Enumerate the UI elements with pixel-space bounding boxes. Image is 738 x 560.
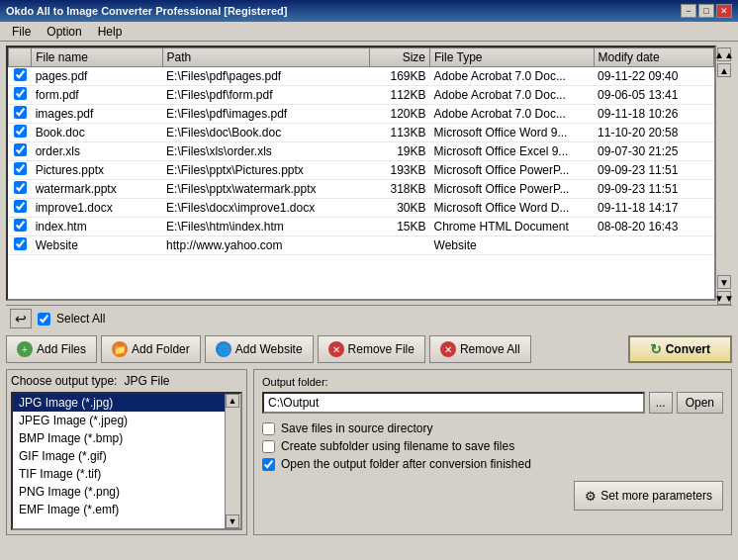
file-table: File name Path Size File Type Modify dat… [8, 47, 714, 255]
row-filename: Book.doc [32, 124, 162, 142]
scroll-up-button[interactable]: ▲ [717, 63, 731, 77]
row-filename: watermark.pptx [32, 180, 162, 199]
row-type: Microsoft Office PowerP... [430, 161, 595, 180]
option-subfolder-row: Create subfolder using filename to save … [262, 439, 723, 453]
row-path: E:\Files\pdf\images.pdf [162, 105, 370, 124]
scroll-top-button[interactable]: ▲▲ [717, 47, 731, 61]
select-all-label: Select All [56, 312, 105, 326]
table-row: Pictures.pptx E:\Files\pptx\Pictures.ppt… [9, 161, 714, 180]
add-website-button[interactable]: 🌐 Add Website [205, 335, 314, 363]
row-checkbox-cell[interactable] [9, 161, 32, 180]
add-folder-button[interactable]: 📁 Add Folder [101, 335, 201, 363]
table-row: order.xls E:\Files\xls\order.xls 19KB Mi… [9, 142, 714, 161]
output-list-item[interactable]: TIF Image (*.tif) [13, 465, 225, 483]
open-output-checkbox[interactable] [262, 458, 275, 471]
output-list-item[interactable]: BMP Image (*.bmp) [13, 429, 225, 447]
select-all-checkbox[interactable] [38, 313, 50, 326]
row-checkbox[interactable] [14, 181, 27, 194]
output-list-item[interactable]: EMF Image (*.emf) [13, 501, 225, 518]
row-type: Chrome HTML Document [430, 218, 595, 236]
col-type: File Type [430, 48, 595, 67]
scroll-down-button[interactable]: ▼ [717, 275, 731, 289]
row-path: E:\Files\docx\improve1.docx [162, 199, 370, 218]
row-size: 30KB [370, 199, 430, 218]
table-row: watermark.pptx E:\Files\pptx\watermark.p… [9, 180, 714, 199]
row-filename: improve1.docx [32, 199, 162, 218]
remove-all-button[interactable]: ✕ Remove All [429, 335, 531, 363]
bottom-section: Choose output type: JPG File JPG Image (… [6, 369, 732, 535]
table-row: images.pdf E:\Files\pdf\images.pdf 120KB… [9, 105, 714, 124]
convert-button[interactable]: ↻ Convert [628, 335, 732, 363]
row-filename: Website [32, 236, 162, 255]
scroll-bottom-button[interactable]: ▼▼ [717, 291, 731, 305]
output-folder-label: Output folder: [262, 376, 723, 388]
table-row: index.htm E:\Files\htm\index.htm 15KB Ch… [9, 218, 714, 236]
row-size: 193KB [370, 161, 430, 180]
row-checkbox-cell[interactable] [9, 86, 32, 105]
folder-path-input[interactable] [262, 392, 645, 414]
maximize-button[interactable]: □ [698, 4, 714, 18]
file-table-container: File name Path Size File Type Modify dat… [6, 46, 716, 301]
row-checkbox[interactable] [14, 106, 27, 119]
option-open-output-row: Open the output folder after conversion … [262, 457, 723, 471]
row-checkbox[interactable] [14, 68, 27, 81]
row-checkbox-cell[interactable] [9, 105, 32, 124]
row-checkbox[interactable] [14, 125, 27, 138]
menu-option[interactable]: Option [39, 23, 89, 41]
gear-icon: ⚙ [585, 489, 597, 504]
menu-help[interactable]: Help [90, 23, 131, 41]
window-controls: − □ ✕ [681, 4, 732, 18]
row-checkbox[interactable] [14, 237, 27, 250]
row-checkbox[interactable] [14, 162, 27, 175]
remove-file-button[interactable]: ✕ Remove File [318, 335, 425, 363]
title-bar: Okdo All to Image Converter Professional… [0, 0, 738, 22]
output-list-item[interactable]: PNG Image (*.png) [13, 483, 225, 501]
row-date: 11-10-20 20:58 [594, 124, 713, 142]
convert-icon: ↻ [650, 341, 662, 357]
save-source-checkbox[interactable] [262, 422, 275, 435]
row-checkbox-cell[interactable] [9, 67, 32, 86]
row-size: 318KB [370, 180, 430, 199]
open-folder-button[interactable]: Open [677, 392, 723, 414]
row-type: Microsoft Office Word D... [430, 199, 595, 218]
remove-file-icon: ✕ [328, 341, 344, 357]
output-list-item[interactable]: JPG Image (*.jpg) [13, 394, 225, 412]
row-size: 120KB [370, 105, 430, 124]
row-checkbox-cell[interactable] [9, 199, 32, 218]
table-row: Website http://www.yahoo.com Website [9, 236, 714, 255]
back-button[interactable]: ↩ [10, 309, 32, 328]
output-scroll-up[interactable]: ▲ [226, 394, 239, 408]
browse-folder-button[interactable]: ... [649, 392, 673, 414]
row-filename: order.xls [32, 142, 162, 161]
col-check [9, 48, 32, 67]
subfolder-checkbox[interactable] [262, 440, 275, 453]
row-checkbox-cell[interactable] [9, 180, 32, 199]
row-checkbox-cell[interactable] [9, 124, 32, 142]
output-type-label: Choose output type: JPG File [11, 374, 242, 388]
set-params-button[interactable]: ⚙ Set more parameters [574, 481, 723, 511]
row-checkbox-cell[interactable] [9, 142, 32, 161]
row-checkbox[interactable] [14, 200, 27, 213]
output-list-item[interactable]: JPEG Image (*.jpeg) [13, 412, 225, 429]
folder-path-row: ... Open [262, 392, 723, 414]
menu-file[interactable]: File [4, 23, 39, 41]
output-type-list: JPG Image (*.jpg)JPEG Image (*.jpeg)BMP … [13, 394, 225, 528]
save-source-label: Save files in source directory [281, 421, 432, 435]
row-path: E:\Files\pdf\pages.pdf [162, 67, 370, 86]
row-checkbox[interactable] [14, 143, 27, 156]
add-files-button[interactable]: + Add Files [6, 335, 97, 363]
col-size: Size [370, 48, 430, 67]
output-list-item[interactable]: GIF Image (*.gif) [13, 447, 225, 465]
add-folder-icon: 📁 [112, 341, 128, 357]
row-checkbox[interactable] [14, 87, 27, 100]
row-checkbox-cell[interactable] [9, 236, 32, 255]
row-size: 19KB [370, 142, 430, 161]
row-type: Adobe Acrobat 7.0 Doc... [430, 86, 595, 105]
output-scroll-down[interactable]: ▼ [226, 514, 239, 528]
add-files-icon: + [17, 341, 33, 357]
row-filename: Pictures.pptx [32, 161, 162, 180]
row-checkbox-cell[interactable] [9, 218, 32, 236]
minimize-button[interactable]: − [681, 4, 696, 18]
close-button[interactable]: ✕ [716, 4, 732, 18]
row-checkbox[interactable] [14, 219, 27, 232]
